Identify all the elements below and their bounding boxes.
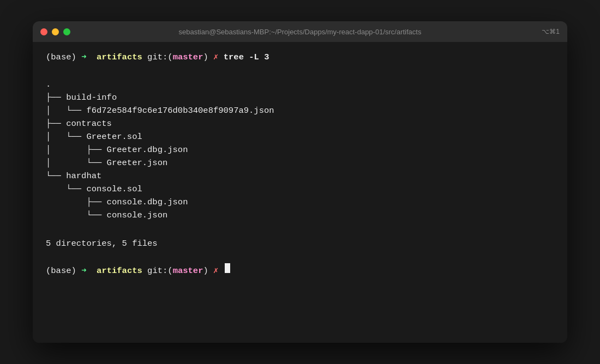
window-title: sebastian@Sebastians-MBP:~/Projects/Dapp… [179, 28, 422, 36]
terminal-window: sebastian@Sebastians-MBP:~/Projects/Dapp… [33, 21, 567, 343]
titlebar: sebastian@Sebastians-MBP:~/Projects/Dapp… [33, 21, 567, 42]
prompt-git-paren-open-2: ( [167, 264, 172, 277]
prompt-dir-2: artifacts [97, 264, 142, 277]
tree-contracts-line: ├── contracts [46, 119, 112, 129]
maximize-button[interactable] [63, 28, 70, 35]
prompt-base-2: (base) [46, 264, 76, 277]
command-text-1: tree -L 3 [224, 51, 269, 64]
command-line-2: (base) ➜ artifacts git: ( master ) ✗ [46, 263, 554, 277]
blank-line [46, 224, 554, 237]
tree-output: . ├── build-info │ └── f6d72e584f9c6e176… [46, 65, 554, 222]
prompt-git-paren-open-1: ( [167, 51, 172, 64]
window-shortcut: ⌥⌘1 [542, 28, 560, 35]
tree-console-dbg-line: ├── console.dbg.json [46, 197, 188, 207]
blank-line-2 [46, 250, 554, 263]
tree-console-sol-line: └── console.sol [46, 184, 142, 194]
summary-line: 5 directories, 5 files [46, 237, 554, 250]
cursor [225, 263, 230, 273]
tree-hardhat-line: └── hardhat [46, 171, 101, 181]
command-line-1: (base) ➜ artifacts git: ( master ) ✗ tre… [46, 51, 554, 64]
summary-text: 5 directories, 5 files [46, 237, 158, 250]
prompt-arrow-1: ➜ [81, 51, 86, 64]
prompt-git-paren-close-1: ) [203, 51, 208, 64]
prompt-git-label-1: git: [147, 51, 167, 64]
prompt-git-branch-2: master [173, 264, 203, 277]
tree-console-json-line: └── console.json [46, 210, 167, 220]
tree-dot: . [46, 80, 51, 89]
tree-build-info-line: ├── build-info [46, 93, 117, 102]
prompt-git-paren-close-2: ) [203, 264, 208, 277]
prompt-base-1: (base) [46, 51, 76, 64]
minimize-button[interactable] [52, 28, 59, 35]
tree-greeter-dbg-line: │ ├── Greeter.dbg.json [46, 145, 188, 155]
traffic-lights [40, 28, 70, 35]
prompt-x-1: ✗ [213, 51, 218, 64]
prompt-git-branch-1: master [173, 51, 203, 64]
tree-greeter-json-line: │ └── Greeter.json [46, 158, 167, 168]
prompt-arrow-2: ➜ [81, 264, 86, 277]
terminal-body[interactable]: (base) ➜ artifacts git: ( master ) ✗ tre… [33, 42, 567, 343]
prompt-x-2: ✗ [213, 264, 218, 277]
close-button[interactable] [40, 28, 47, 35]
tree-greeter-sol-line: │ └── Greeter.sol [46, 132, 142, 142]
prompt-dir-1: artifacts [97, 51, 142, 64]
prompt-git-label-2: git: [147, 264, 167, 277]
tree-build-info-file: │ └── f6d72e584f9c6e176d0b340e8f9097a9.j… [46, 106, 274, 116]
